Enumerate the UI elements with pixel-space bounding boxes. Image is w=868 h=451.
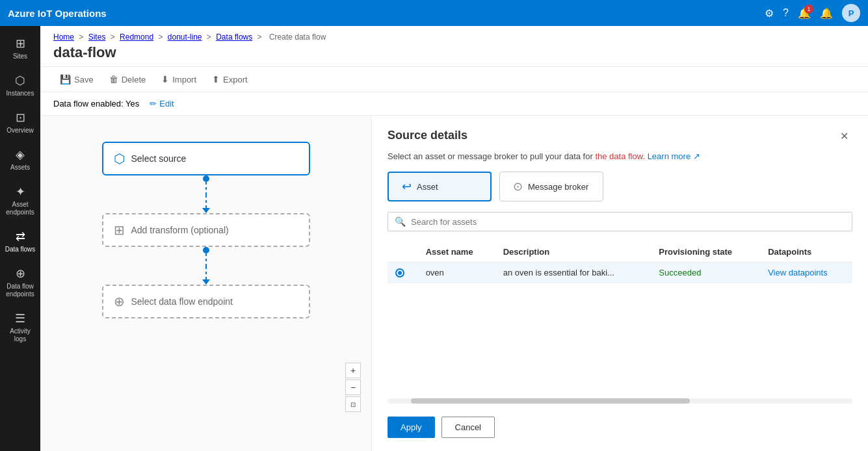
scroll-thumb[interactable] (411, 398, 690, 404)
edit-label: Edit (159, 99, 174, 109)
delete-icon: 🗑 (109, 74, 118, 84)
endpoint-node-icon: ⊕ (114, 294, 125, 309)
alert-icon[interactable]: 🔔 (820, 7, 833, 19)
cancel-button[interactable]: Cancel (441, 417, 495, 438)
search-icon: 🔍 (395, 216, 406, 227)
flow-enabled-bar: Data flow enabled: Yes ✏ Edit (40, 92, 868, 116)
connector-dot-1 (203, 175, 209, 182)
sidebar-item-data-flows[interactable]: ⇄ Data flows (2, 224, 38, 259)
overview-icon: ⊡ (16, 110, 25, 125)
activity-logs-icon: ☰ (15, 311, 25, 326)
subtitle-highlight[interactable]: the data flow. (595, 151, 645, 161)
message-broker-type-button[interactable]: ⊙ Message broker (499, 172, 603, 201)
col-datapoints: Datapoints (760, 242, 852, 263)
topbar-icons: ⚙ ? 🔔 1 🔔 P (765, 4, 860, 22)
asset-endpoints-icon: ✦ (16, 185, 25, 199)
help-icon[interactable]: ? (783, 7, 789, 19)
connector-line-1 (205, 182, 207, 195)
delete-label: Delete (122, 75, 146, 84)
connector-arrow-1 (202, 208, 210, 213)
import-label: Import (172, 75, 196, 84)
sidebar-label-assets: Assets (10, 164, 30, 172)
zoom-fit-button[interactable]: ⊡ (345, 396, 361, 412)
table-row[interactable]: oven an oven is essential for baki... Su… (388, 263, 852, 283)
sidebar-item-assets[interactable]: ◈ Assets (2, 142, 38, 177)
col-asset-name: Asset name (418, 242, 495, 263)
import-icon: ⬇ (161, 74, 169, 84)
sidebar-item-sites[interactable]: ⊞ Sites (2, 31, 38, 66)
assets-icon: ◈ (16, 148, 25, 162)
content-area: ⬡ Select source ⊞ Add transform (optiona… (40, 116, 868, 451)
connector-arrow-2 (202, 279, 210, 285)
breadcrumb-redmond[interactable]: Redmond (120, 32, 153, 42)
edit-button[interactable]: ✏ Edit (150, 99, 174, 109)
breadcrumb-sep-4: > (207, 32, 213, 42)
row-radio[interactable] (395, 268, 404, 277)
sidebar-item-asset-endpoints[interactable]: ✦ Asset endpoints (2, 179, 38, 222)
connector-2 (102, 247, 310, 285)
breadcrumb-home[interactable]: Home (53, 32, 74, 42)
search-input[interactable] (411, 217, 845, 227)
sidebar-item-activity-logs[interactable]: ☰ Activity logs (2, 306, 38, 348)
source-node-icon: ⬡ (114, 151, 125, 166)
save-button[interactable]: 💾 Save (53, 71, 100, 88)
layout: ⊞ Sites ⬡ Instances ⊡ Overview ◈ Assets … (0, 26, 868, 451)
import-button[interactable]: ⬇ Import (155, 71, 203, 88)
asset-table: Asset name Description Provisioning stat… (388, 242, 852, 396)
sidebar: ⊞ Sites ⬡ Instances ⊡ Overview ◈ Assets … (0, 26, 40, 451)
row-asset-name: oven (418, 263, 495, 283)
breadcrumb-sep-3: > (158, 32, 164, 42)
view-datapoints-link[interactable]: View datapoints (768, 268, 828, 277)
sidebar-label-sites: Sites (13, 53, 27, 60)
save-icon: 💾 (60, 74, 71, 84)
flow-status-label: Data flow enabled: Yes (53, 99, 139, 109)
main-content: Home > Sites > Redmond > donut-line > Da… (40, 26, 868, 451)
provisioning-state-badge: Succeeded (659, 268, 701, 277)
learn-more-link[interactable]: Learn more ↗ (648, 151, 700, 161)
zoom-controls: + − ⊡ (345, 363, 361, 412)
panel-subtitle: Select an asset or message broker to pul… (388, 151, 852, 161)
breadcrumb-data-flows[interactable]: Data flows (216, 32, 252, 42)
sidebar-item-overview[interactable]: ⊡ Overview (2, 105, 38, 140)
row-datapoints: View datapoints (760, 263, 852, 283)
close-button[interactable]: ✕ (836, 129, 852, 144)
message-broker-label: Message broker (528, 182, 588, 192)
delete-button[interactable]: 🗑 Delete (103, 71, 153, 88)
settings-icon[interactable]: ⚙ (765, 7, 774, 19)
edit-icon: ✏ (150, 99, 157, 109)
search-bar: 🔍 (388, 212, 852, 231)
sidebar-item-instances[interactable]: ⬡ Instances (2, 68, 38, 103)
endpoint-node[interactable]: ⊕ Select data flow endpoint (102, 285, 310, 318)
source-type-row: ↩ Asset ⊙ Message broker (388, 172, 852, 201)
connector-line-2 (205, 253, 207, 266)
col-description: Description (495, 242, 651, 263)
notification-badge[interactable]: 🔔 1 (798, 7, 811, 19)
app-title: Azure IoT Operations (8, 8, 759, 19)
asset-type-icon: ↩ (402, 179, 412, 194)
breadcrumb-donut-line[interactable]: donut-line (168, 32, 202, 42)
topbar: Azure IoT Operations ⚙ ? 🔔 1 🔔 P (0, 0, 868, 26)
transform-node[interactable]: ⊞ Add transform (optional) (102, 213, 310, 247)
breadcrumb-sep-2: > (111, 32, 117, 42)
asset-type-button[interactable]: ↩ Asset (388, 172, 492, 201)
source-node[interactable]: ⬡ Select source (102, 142, 310, 175)
connector-1 (102, 175, 310, 213)
source-panel: Source details ✕ Select an asset or mess… (372, 116, 868, 451)
export-button[interactable]: ⬆ Export (205, 71, 254, 88)
apply-button[interactable]: Apply (388, 417, 435, 438)
assets-table-element: Asset name Description Provisioning stat… (388, 242, 852, 283)
breadcrumb-sites[interactable]: Sites (88, 32, 106, 42)
action-row: Apply Cancel (388, 406, 852, 438)
avatar[interactable]: P (842, 4, 860, 22)
asset-type-label: Asset (417, 182, 438, 192)
breadcrumb-current: Create data flow (269, 32, 326, 42)
zoom-out-button[interactable]: − (345, 380, 361, 395)
sidebar-label-activity-logs: Activity logs (5, 328, 36, 343)
page-title: data-flow (40, 44, 868, 66)
sidebar-item-data-flow-endpoints[interactable]: ⊕ Data flow endpoints (2, 261, 38, 303)
panel-header: Source details ✕ (388, 129, 852, 144)
toolbar: 💾 Save 🗑 Delete ⬇ Import ⬆ Export (40, 66, 868, 92)
export-label: Export (223, 75, 248, 84)
zoom-in-button[interactable]: + (345, 363, 361, 378)
sidebar-label-data-flows: Data flows (5, 246, 36, 253)
